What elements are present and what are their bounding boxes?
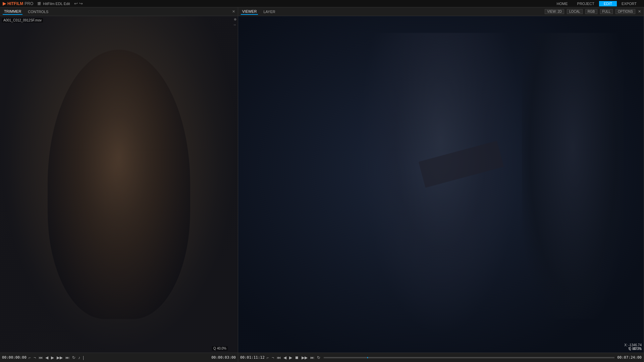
viewer-btn-go-end[interactable]: ⏭ — [310, 355, 315, 360]
tab-layer[interactable]: LAYER — [262, 9, 276, 14]
viewer-video-frame — [238, 16, 644, 353]
viewer-space-option[interactable]: LOCAL — [567, 9, 583, 14]
trimmer-settings-icon: ↔ — [233, 23, 236, 26]
undo-redo-group: ↩ ↪ — [74, 1, 83, 6]
trimmer-timecode-out: 00:00:03:00 — [211, 355, 236, 360]
nav-export[interactable]: EXPORT — [617, 1, 641, 6]
viewer-figure — [360, 33, 522, 336]
trimmer-transport: 00:00:00:00 ⌐ ¬ ⏮ ◀ ▶ ▶▶ ⏭ ↻ ♪ | 00:00:0… — [0, 353, 238, 362]
trimmer-video-frame — [0, 16, 238, 353]
viewer-playhead-bar[interactable] — [324, 357, 614, 358]
viewer-full-option[interactable]: FULL — [600, 9, 613, 14]
viewer-btn-prev-frame[interactable]: ◀ — [283, 355, 287, 360]
viewer-btn-mark-in[interactable]: ⌐ — [266, 355, 270, 360]
face-shape — [48, 50, 190, 319]
file-name: HitFilm EDL Edit — [43, 2, 70, 6]
btn-go-start[interactable]: ⏮ — [38, 355, 43, 360]
main-layout: TRIMMER CONTROLS ✕ A001_C012_0912SF.mov … — [0, 7, 644, 362]
viewer-playhead-marker — [367, 357, 368, 358]
trimmer-timecode-in: 00:00:00:00 — [2, 355, 26, 360]
viewer-btn-next-frame[interactable]: ▶▶ — [301, 355, 308, 360]
viewer-btn-play[interactable]: ▶ — [288, 355, 293, 360]
viewer-close-icon[interactable]: ✕ — [638, 9, 641, 14]
viewer-figure2 — [522, 33, 623, 319]
btn-mark-in[interactable]: ⌐ — [28, 355, 32, 360]
viewer-timecode-end: 00:07:24:00 — [617, 355, 642, 360]
viewer-timecode: 00:01:11:12 — [240, 355, 265, 360]
app-logo: ▶ HITFILM PRO — [3, 1, 33, 6]
trimmer-preview: A001_C012_0912SF.mov ⊕ ↔ Q 40.0% — [0, 16, 238, 353]
top-nav-bar: ▶ HITFILM PRO 🎬 HitFilm EDL Edit ↩ ↪ HOM… — [0, 0, 644, 7]
viewer-header: VIEWER LAYER VIEW: 2D LOCAL RGB FULL OPT… — [238, 7, 644, 16]
file-info: 🎬 HitFilm EDL Edit — [37, 2, 70, 6]
trimmer-filename: A001_C012_0912SF.mov — [2, 18, 43, 22]
viewer-panel: VIEWER LAYER VIEW: 2D LOCAL RGB FULL OPT… — [238, 7, 644, 362]
tab-viewer[interactable]: VIEWER — [241, 9, 258, 15]
viewer-btn-mark-out[interactable]: ¬ — [271, 355, 275, 360]
logo-name: HITFILM — [7, 1, 23, 6]
viewer-btn-loop[interactable]: ↻ — [316, 355, 321, 360]
nav-edit[interactable]: EDIT — [599, 1, 617, 6]
viewer-preview: X: -1346.74 Y: -87.71 Q 50.0% — [238, 16, 644, 353]
btn-audio[interactable]: ♪ — [77, 355, 81, 360]
nav-project[interactable]: PROJECT — [573, 1, 599, 6]
btn-go-end[interactable]: ⏭ — [65, 355, 70, 360]
trimmer-close-icon[interactable]: ✕ — [232, 9, 235, 14]
btn-next-frame[interactable]: ▶▶ — [56, 355, 63, 360]
btn-mark-out[interactable]: ¬ — [33, 355, 37, 360]
viewer-view-option[interactable]: VIEW: 2D — [545, 9, 564, 14]
viewer-btn-go-start[interactable]: ⏮ — [276, 355, 281, 360]
logo-edition: PRO — [24, 1, 33, 6]
btn-loop[interactable]: ↻ — [71, 355, 76, 360]
btn-marker[interactable]: | — [82, 355, 85, 360]
btn-prev-frame[interactable]: ◀ — [45, 355, 49, 360]
viewer-transport: 00:01:11:12 ⌐ ¬ ⏮ ◀ ▶ ⏹ ▶▶ ⏭ ↻ 00:07:24:… — [238, 353, 644, 362]
main-nav: HOME PROJECT EDIT EXPORT — [552, 1, 641, 6]
trimmer-tabs: TRIMMER CONTROLS ✕ — [0, 7, 238, 16]
viewer-zoom-label: Q 50.0% — [629, 347, 642, 351]
logo-icon: ▶ — [3, 1, 6, 6]
viewer-btn-stop[interactable]: ⏹ — [294, 355, 300, 360]
tab-controls[interactable]: CONTROLS — [26, 9, 50, 14]
tab-trimmer[interactable]: TRIMMER — [3, 9, 22, 15]
btn-play[interactable]: ▶ — [50, 355, 55, 360]
undo-btn[interactable]: ↩ — [74, 1, 78, 6]
viewer-channel-option[interactable]: RGB — [585, 9, 597, 14]
trimmer-pin-icon: ⊕ — [234, 17, 236, 21]
viewer-options: VIEW: 2D LOCAL RGB FULL OPTIONS ✕ — [545, 9, 641, 14]
nav-home[interactable]: HOME — [552, 1, 573, 6]
trimmer-zoom-label: Q 40.0% — [212, 346, 228, 351]
redo-btn[interactable]: ↪ — [79, 1, 83, 6]
trimmer-panel: TRIMMER CONTROLS ✕ A001_C012_0912SF.mov … — [0, 7, 238, 362]
viewer-options-btn[interactable]: OPTIONS — [615, 9, 635, 14]
file-icon: 🎬 — [37, 2, 41, 5]
